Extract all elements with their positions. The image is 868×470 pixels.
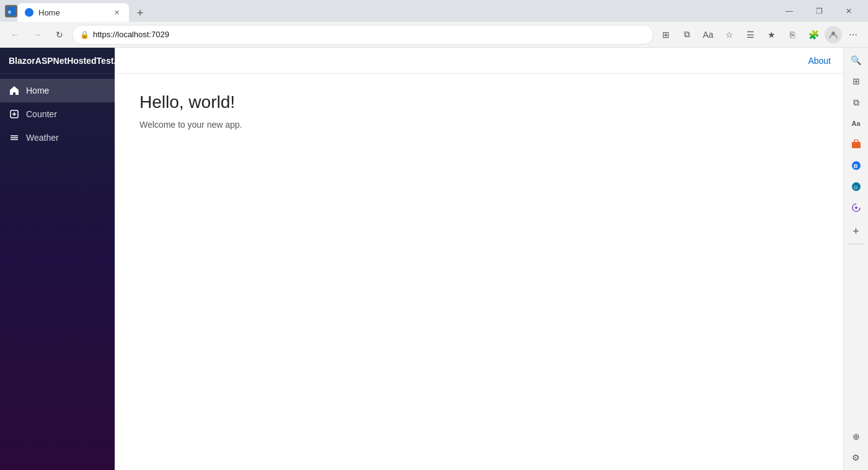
active-tab[interactable]: Home ✕ [17,3,129,22]
url-text: https://localhost:7029 [93,30,645,39]
edge-sidebar: 🔍 ⊞ ⧉ Aa B O + ⊕ ⚙ [843,48,868,470]
counter-icon [9,109,20,120]
edge-search-button[interactable]: 🔍 [846,50,866,70]
svg-point-15 [855,206,857,209]
profile-button[interactable] [825,26,842,43]
browser-favicon: e [5,5,17,17]
tab-close-button[interactable]: ✕ [112,7,122,17]
main-content: About Hello, world! Welcome to your new … [115,48,843,470]
tab-title: Home [38,8,60,17]
split-screen-button[interactable]: ⧉ [677,25,697,45]
edge-separator [849,244,864,244]
nav-tools: ⊞ ⧉ Aa ☆ ☰ ★ ⎘ 🧩 ⋯ [656,25,863,45]
sidebar-item-weather-label: Weather [26,133,59,143]
title-bar-left: e [5,5,17,17]
maximize-button[interactable]: ❐ [805,0,833,22]
edge-shopping-button[interactable] [846,135,866,154]
app-sidebar: BlazorASPNetHostedTest.Cl Home [0,48,115,470]
top-nav: About [115,48,843,74]
new-tab-button[interactable]: + [131,4,149,22]
screenshot-button[interactable]: ⎘ [782,25,802,45]
svg-text:e: e [8,9,11,15]
edge-bing-button[interactable]: B [846,156,866,175]
tab-favicon [25,8,33,17]
back-button[interactable]: ← [5,25,25,45]
more-tools-button[interactable]: ⋯ [843,25,863,45]
app-title: BlazorASPNetHostedTest.Cl [0,48,115,74]
home-icon [9,85,20,96]
svg-text:B: B [854,163,858,169]
content-area: Hello, world! Welcome to your new app. [115,74,843,470]
forward-button[interactable]: → [27,25,47,45]
svg-text:O: O [854,185,857,190]
read-aloud-button[interactable]: Aa [698,25,718,45]
svg-rect-10 [852,142,861,148]
about-link[interactable]: About [808,56,831,66]
close-button[interactable]: ✕ [835,0,863,22]
page-heading: Hello, world! [140,92,818,112]
edge-settings-edge-button[interactable]: ⚙ [846,448,866,468]
tabs-area: Home ✕ + [17,0,775,22]
sidebar-item-counter[interactable]: Counter [0,102,115,126]
window-controls: — ❐ ✕ [775,0,863,22]
weather-icon [9,132,20,143]
extensions-button[interactable]: 🧩 [804,25,823,45]
favorites-bar-button[interactable]: ★ [761,25,781,45]
sidebar-item-home[interactable]: Home [0,79,115,102]
collections-button[interactable]: ⊞ [656,25,676,45]
sidebar-item-home-label: Home [26,86,49,95]
nav-menu: Home Counter [0,74,115,154]
page-subtitle: Welcome to your new app. [140,120,818,130]
address-bar[interactable]: 🔒 https://localhost:7029 [72,25,653,45]
edge-outlook-button[interactable]: O [846,177,866,197]
edge-add-button[interactable]: + [846,221,866,241]
refresh-button[interactable]: ↻ [50,25,69,45]
edge-copilot-button[interactable] [846,198,866,218]
lock-icon: 🔒 [80,30,89,39]
svg-point-2 [26,9,32,16]
edge-aa-button[interactable]: Aa [846,113,866,133]
edge-split-button[interactable]: ⧉ [846,92,866,112]
edge-zoom-button[interactable]: ⊕ [846,427,866,446]
minimize-button[interactable]: — [775,0,804,22]
title-bar: e Home ✕ + — ❐ ✕ [0,0,868,22]
edge-collections-button[interactable]: ⊞ [846,71,866,91]
sidebar-item-counter-label: Counter [26,109,57,119]
navigation-bar: ← → ↻ 🔒 https://localhost:7029 ⊞ ⧉ Aa ☆ … [0,22,868,48]
favorites-button[interactable]: ☆ [719,25,739,45]
reading-view-button[interactable]: ☰ [740,25,760,45]
sidebar-item-weather[interactable]: Weather [0,126,115,149]
